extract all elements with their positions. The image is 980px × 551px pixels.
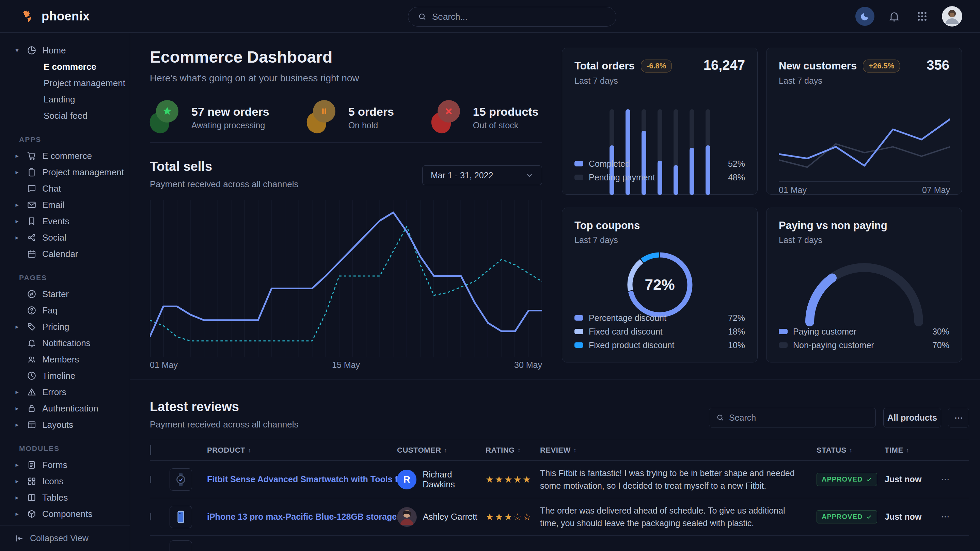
pie-icon [26, 44, 37, 56]
sidebar-item-chat[interactable]: Chat [0, 180, 130, 197]
caret-right-icon: ▸ [13, 421, 21, 429]
sidebar-item-label: Members [42, 354, 79, 365]
status-badge: APPROVED [816, 510, 877, 524]
latest-reviews-title: Latest reviews [150, 400, 239, 414]
sidebar-item-project-management[interactable]: ▸Project management [0, 164, 130, 180]
sidebar-item-label: Social feed [44, 111, 88, 121]
reviews-search[interactable] [709, 408, 876, 427]
col-status[interactable]: STATUS↕ [816, 446, 885, 455]
search-input[interactable] [432, 11, 606, 22]
sidebar-item-errors[interactable]: ▸Errors [0, 384, 130, 400]
sidebar-item-home[interactable]: ▾Home [0, 42, 130, 59]
stat-caption: On hold [348, 121, 394, 130]
sidebar-item-label: Faq [42, 305, 57, 316]
sidebar-item-authentication[interactable]: ▸Authentication [0, 400, 130, 416]
paying-gauge-chart [791, 249, 937, 330]
sidebar-item-label: Forms [42, 460, 67, 470]
sidebar-item-members[interactable]: Members [0, 351, 130, 368]
total-sells-x-labels: 01 May15 May30 May [150, 360, 542, 370]
caret-right-icon: ▸ [13, 461, 21, 468]
col-time[interactable]: TIME↕ [885, 446, 935, 455]
row-checkbox[interactable] [150, 513, 151, 520]
x-label: 01 May [150, 360, 178, 370]
sidebar-item-label: Timeline [42, 371, 75, 381]
product-thumbnail[interactable] [170, 506, 192, 528]
reviews-search-input[interactable] [729, 413, 869, 423]
top-coupons-card: Top coupons Last 7 days 72% Percentage d… [562, 208, 758, 362]
sidebar-item-email[interactable]: ▸Email [0, 197, 130, 213]
col-rating[interactable]: RATING↕ [485, 446, 540, 455]
paying-legend: Paying customer30%Non-paying customer70% [779, 325, 949, 352]
collapsed-view-toggle[interactable]: Collapsed View [0, 525, 130, 551]
legend-row: Paying customer30% [779, 325, 949, 338]
sidebar-item-e-commerce[interactable]: ▸E commerce [0, 148, 130, 164]
sidebar-item-social[interactable]: ▸Social [0, 229, 130, 246]
status-badge: APPROVED [816, 473, 877, 486]
row-checkbox[interactable] [150, 476, 151, 483]
sidebar-item-calendar[interactable]: Calendar [0, 246, 130, 262]
sidebar-item-landing[interactable]: Landing [0, 91, 130, 108]
sidebar-item-faq[interactable]: Faq [0, 302, 130, 319]
row-menu-button[interactable]: ⋯ [935, 474, 956, 484]
caret-right-icon: ▸ [13, 388, 21, 396]
sidebar-item-social-feed[interactable]: Social feed [0, 108, 130, 124]
avatar: R [397, 470, 417, 489]
col-review[interactable]: REVIEW↕ [540, 446, 816, 455]
sidebar-item-project-management[interactable]: Project management [0, 75, 130, 91]
legend-row: Fixed product discount10% [574, 338, 745, 352]
theme-toggle-moon-icon[interactable] [855, 7, 875, 26]
sidebar-item-components[interactable]: ▸Components [0, 506, 130, 522]
notifications-bell-icon[interactable] [886, 8, 902, 24]
date-range-select[interactable]: Mar 1 - 31, 2022 [422, 165, 542, 185]
x-label: 01 May [779, 185, 807, 195]
page-subtitle: Here's what's going on at your business … [150, 73, 359, 84]
total-sells-chart [150, 200, 542, 357]
sidebar-item-timeline[interactable]: Timeline [0, 368, 130, 384]
file-icon [26, 459, 37, 471]
sidebar-item-layouts[interactable]: ▸Layouts [0, 416, 130, 433]
sidebar-item-label: Icons [42, 476, 63, 487]
sidebar-item-label: Project management [44, 78, 125, 89]
col-product[interactable]: PRODUCT↕ [207, 446, 397, 455]
help-icon [26, 305, 37, 316]
sidebar-item-events[interactable]: ▸Events [0, 213, 130, 229]
collapse-label: Collapsed View [30, 533, 89, 543]
apps-grid-icon[interactable] [914, 8, 930, 24]
sidebar-item-starter[interactable]: Starter [0, 286, 130, 302]
section-label-modules: MODULES [0, 433, 130, 457]
global-search[interactable] [408, 7, 616, 27]
user-avatar[interactable] [942, 6, 962, 27]
sidebar-item-forms[interactable]: ▸Forms [0, 457, 130, 473]
select-all-checkbox[interactable] [150, 445, 151, 455]
product-link[interactable]: iPhone 13 pro max-Pacific Blue-128GB sto… [207, 512, 397, 521]
sidebar-item-tables[interactable]: ▸Tables [0, 489, 130, 506]
col-customer[interactable]: CUSTOMER↕ [397, 446, 485, 455]
trend-badge: +26.5% [863, 60, 900, 73]
product-link[interactable]: Fitbit Sense Advanced Smartwatch with To… [207, 475, 410, 484]
brand[interactable]: phoenix [0, 8, 90, 24]
mail-icon [26, 199, 37, 211]
total-sells-title: Total sells [150, 159, 212, 174]
all-products-button[interactable]: All products [883, 408, 941, 427]
sidebar-item-label: Components [42, 509, 92, 519]
review-text: The order was delivered ahead of schedul… [540, 504, 816, 529]
sidebar-item-label: E commerce [42, 151, 92, 161]
brand-name: phoenix [41, 9, 90, 24]
sidebar-item-label: Project management [42, 167, 124, 178]
columns-icon [26, 492, 37, 503]
sidebar-item-pricing[interactable]: ▸Pricing [0, 319, 130, 335]
stat-on-hold: 5 ordersOn hold [307, 100, 394, 135]
sidebar-item-label: Starter [42, 289, 69, 300]
stat-value: 57 new orders [191, 105, 269, 118]
row-menu-button[interactable]: ⋯ [935, 511, 956, 522]
sidebar-item-label: Pricing [42, 322, 69, 332]
sidebar-item-label: Events [42, 216, 70, 227]
review-time: Just now [885, 475, 935, 484]
sidebar-item-icons[interactable]: ▸Icons [0, 473, 130, 489]
sidebar-item-e-commerce[interactable]: E commerce [0, 59, 130, 75]
reviews-more-button[interactable]: ⋯ [948, 408, 969, 427]
sidebar-item-notifications[interactable]: Notifications [0, 335, 130, 351]
product-thumbnail[interactable] [170, 468, 192, 491]
page-title: Ecommerce Dashboard [150, 48, 332, 67]
customer-name: Richard Dawkins [423, 470, 485, 489]
